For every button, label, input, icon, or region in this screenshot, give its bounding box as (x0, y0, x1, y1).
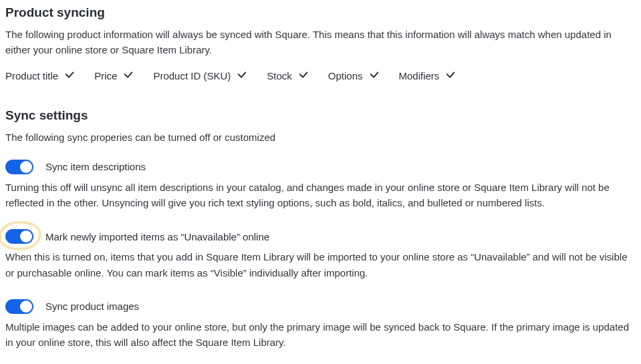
check-icon (65, 71, 74, 80)
toggle-knob (20, 230, 32, 242)
setting-description: When this is turned on, items that you a… (5, 249, 634, 281)
toggle-knob (20, 301, 32, 313)
setting-description: Turning this off will unsync all item de… (5, 180, 634, 211)
setting-label: Mark newly imported items as “Unavailabl… (45, 231, 269, 242)
settings-page: Product syncing The following product in… (0, 0, 641, 364)
toggle-mark-unavailable[interactable] (5, 229, 33, 244)
setting-head: Sync product images (5, 299, 636, 314)
synced-field-stock: Stock (267, 70, 308, 81)
field-label: Price (94, 70, 117, 81)
check-icon (237, 71, 247, 80)
toggle-sync-descriptions[interactable] (5, 160, 33, 174)
setting-label: Sync product images (45, 301, 139, 312)
check-icon (299, 71, 308, 80)
field-label: Modifiers (399, 70, 440, 81)
setting-head: Sync item descriptions (5, 160, 636, 174)
synced-field-options: Options (328, 70, 379, 81)
synced-field-sku: Product ID (SKU) (153, 70, 247, 81)
setting-sync-descriptions: Sync item descriptions Turning this off … (5, 160, 636, 211)
product-syncing-description: The following product information will a… (5, 27, 634, 58)
field-label: Product title (5, 70, 58, 81)
setting-head: Mark newly imported items as “Unavailabl… (5, 229, 636, 244)
toggle-sync-images[interactable] (5, 299, 33, 314)
synced-field-modifiers: Modifiers (399, 70, 456, 81)
check-icon (124, 71, 133, 80)
synced-field-product-title: Product title (5, 70, 74, 81)
setting-sync-images: Sync product images Multiple images can … (5, 299, 636, 351)
check-icon (446, 71, 455, 80)
sync-settings-description: The following sync properies can be turn… (5, 130, 634, 145)
synced-fields-row: Product title Price Product ID (SKU) Sto… (5, 70, 636, 81)
check-icon (370, 71, 379, 80)
field-label: Product ID (SKU) (153, 70, 231, 81)
setting-description: Multiple images can be added to your onl… (5, 319, 634, 351)
field-label: Options (328, 70, 363, 81)
setting-mark-unavailable: Mark newly imported items as “Unavailabl… (5, 229, 636, 281)
setting-label: Sync item descriptions (45, 161, 146, 172)
sync-settings-title: Sync settings (5, 108, 636, 123)
field-label: Stock (267, 70, 292, 81)
synced-field-price: Price (94, 70, 133, 81)
product-syncing-title: Product syncing (5, 5, 636, 20)
toggle-knob (20, 161, 32, 173)
